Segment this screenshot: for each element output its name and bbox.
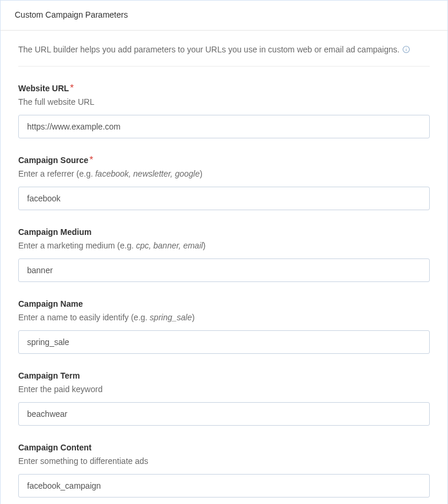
- help-prefix: Enter a marketing medium (e.g.: [18, 241, 136, 250]
- help-prefix: Enter a name to easily identify (e.g.: [18, 313, 150, 322]
- intro-text: The URL builder helps you add parameters…: [18, 45, 400, 54]
- help-example: facebook, newsletter, google: [95, 169, 200, 178]
- help-example: cpc, banner, email: [136, 241, 203, 250]
- campaign-source-help: Enter a referrer (e.g. facebook, newslet…: [18, 169, 430, 178]
- campaign-term-help: Enter the paid keyword: [18, 384, 430, 394]
- panel-body: The URL builder helps you add parameters…: [1, 31, 447, 504]
- campaign-medium-input[interactable]: [18, 258, 430, 282]
- intro-row: The URL builder helps you add parameters…: [18, 45, 430, 67]
- panel-header: Custom Campaign Parameters: [1, 1, 447, 31]
- field-label-row: Campaign Medium: [18, 227, 430, 237]
- field-campaign-medium: Campaign Medium Enter a marketing medium…: [18, 227, 430, 282]
- field-label-row: Campaign Content: [18, 442, 430, 453]
- svg-point-2: [406, 48, 406, 48]
- campaign-term-label: Campaign Term: [18, 371, 80, 380]
- required-asterisk: *: [89, 155, 93, 165]
- website-url-help: The full website URL: [18, 97, 430, 107]
- info-icon[interactable]: [402, 45, 410, 54]
- help-suffix: ): [192, 313, 195, 322]
- campaign-content-label: Campaign Content: [18, 443, 91, 452]
- campaign-name-help: Enter a name to easily identify (e.g. sp…: [18, 313, 430, 322]
- help-prefix: Enter a referrer (e.g.: [18, 169, 95, 178]
- campaign-source-label: Campaign Source: [18, 155, 88, 165]
- campaign-term-input[interactable]: [18, 402, 430, 426]
- campaign-source-input[interactable]: [18, 187, 430, 210]
- campaign-content-help: Enter something to differentiate ads: [18, 456, 430, 466]
- field-website-url: Website URL* The full website URL: [18, 83, 430, 138]
- help-suffix: ): [200, 169, 203, 178]
- panel-title: Custom Campaign Parameters: [15, 10, 433, 19]
- campaign-medium-help: Enter a marketing medium (e.g. cpc, bann…: [18, 241, 430, 250]
- field-campaign-name: Campaign Name Enter a name to easily ide…: [18, 299, 430, 354]
- campaign-name-label: Campaign Name: [18, 299, 83, 309]
- help-suffix: ): [203, 241, 206, 250]
- field-label-row: Campaign Name: [18, 299, 430, 309]
- help-example: spring_sale: [150, 313, 192, 322]
- field-label-row: Campaign Term: [18, 370, 430, 381]
- campaign-name-input[interactable]: [18, 330, 430, 354]
- campaign-content-input[interactable]: [18, 474, 430, 498]
- field-campaign-content: Campaign Content Enter something to diff…: [18, 442, 430, 498]
- field-campaign-source: Campaign Source* Enter a referrer (e.g. …: [18, 155, 430, 210]
- required-asterisk: *: [70, 83, 74, 93]
- website-url-input[interactable]: [18, 115, 430, 138]
- website-url-label: Website URL: [18, 84, 69, 93]
- campaign-parameters-panel: Custom Campaign Parameters The URL build…: [0, 0, 448, 504]
- field-campaign-term: Campaign Term Enter the paid keyword: [18, 370, 430, 426]
- field-label-row: Website URL*: [18, 83, 430, 94]
- campaign-medium-label: Campaign Medium: [18, 227, 91, 237]
- field-label-row: Campaign Source*: [18, 155, 430, 165]
